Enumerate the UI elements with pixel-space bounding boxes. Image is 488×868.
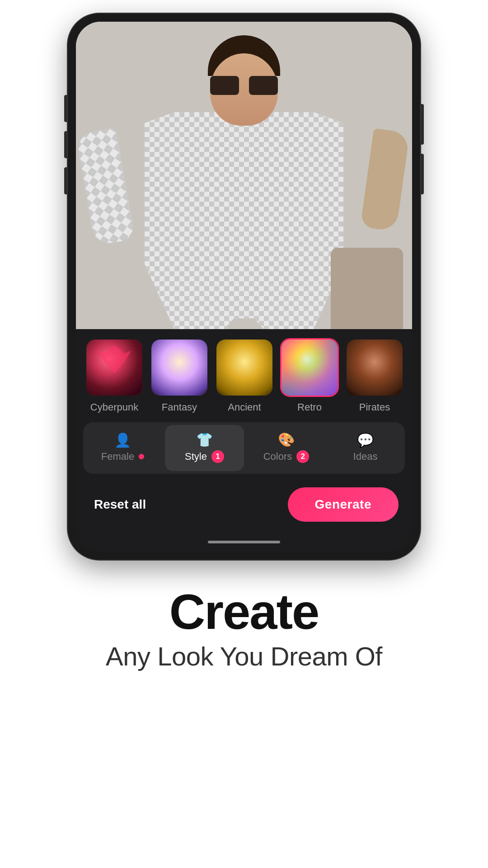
action-row: Reset all Generate xyxy=(76,478,412,535)
female-label: Female xyxy=(101,451,134,462)
reset-button[interactable]: Reset all xyxy=(89,493,150,516)
style-label-fantasy: Fantasy xyxy=(162,401,197,413)
sunglasses xyxy=(209,76,279,99)
person-container xyxy=(76,22,412,329)
ideas-label-wrap: Ideas xyxy=(353,451,378,462)
seat-couch xyxy=(331,248,403,329)
style-thumb-pirates[interactable] xyxy=(345,338,404,397)
ideas-tab-label: Ideas xyxy=(353,451,378,462)
style-item-retro[interactable]: Retro xyxy=(280,338,339,413)
style-thumb-cyberpunk[interactable] xyxy=(85,338,144,397)
style-thumb-ancient[interactable] xyxy=(215,338,274,397)
female-badge-dot xyxy=(139,454,144,459)
style-icon: 👕 xyxy=(196,433,213,447)
female-label-wrap: Female xyxy=(101,451,144,462)
transparent-clothing xyxy=(145,112,343,329)
tab-ideas[interactable]: 💬 Ideas xyxy=(326,422,405,474)
style-label-wrap: Style 1 xyxy=(185,450,224,463)
arm-right xyxy=(360,128,410,232)
phone-frame: Cyberpunk Fantasy Ancient Retro xyxy=(68,14,420,560)
ideas-icon: 💬 xyxy=(357,434,374,447)
generate-button[interactable]: Generate xyxy=(288,487,399,522)
tab-female[interactable]: 👤 Female xyxy=(83,422,162,474)
home-indicator-area xyxy=(76,535,412,552)
controls-bar: 👤 Female 👕 Style 1 🎨 Colors 2 xyxy=(83,422,405,474)
style-thumb-fantasy[interactable] xyxy=(150,338,209,397)
female-icon: 👤 xyxy=(114,434,131,447)
tab-style[interactable]: 👕 Style 1 xyxy=(165,425,244,471)
image-area xyxy=(76,22,412,329)
arm-left xyxy=(76,127,135,246)
person-head xyxy=(206,35,282,126)
colors-icon: 🎨 xyxy=(278,433,295,447)
colors-tab-label: Colors xyxy=(263,451,292,462)
style-tab-label: Style xyxy=(185,451,207,462)
style-label-pirates: Pirates xyxy=(359,401,390,413)
create-title: Create xyxy=(169,587,319,637)
below-phone-section: Create Any Look You Dream Of xyxy=(0,560,488,708)
style-badge: 1 xyxy=(211,450,224,463)
style-label-cyberpunk: Cyberpunk xyxy=(90,401,138,413)
style-item-ancient[interactable]: Ancient xyxy=(215,338,274,413)
create-subtitle: Any Look You Dream Of xyxy=(106,641,382,671)
home-bar xyxy=(208,541,280,543)
colors-label-wrap: Colors 2 xyxy=(263,450,310,463)
style-label-retro: Retro xyxy=(297,401,322,413)
style-thumb-retro[interactable] xyxy=(280,338,339,397)
colors-badge: 2 xyxy=(296,450,309,463)
style-item-fantasy[interactable]: Fantasy xyxy=(150,338,209,413)
phone-screen: Cyberpunk Fantasy Ancient Retro xyxy=(76,22,412,552)
style-item-pirates[interactable]: Pirates xyxy=(345,338,404,413)
styles-row: Cyberpunk Fantasy Ancient Retro xyxy=(76,329,412,418)
tab-colors[interactable]: 🎨 Colors 2 xyxy=(247,422,326,474)
style-item-cyberpunk[interactable]: Cyberpunk xyxy=(85,338,144,413)
style-label-ancient: Ancient xyxy=(228,401,261,413)
